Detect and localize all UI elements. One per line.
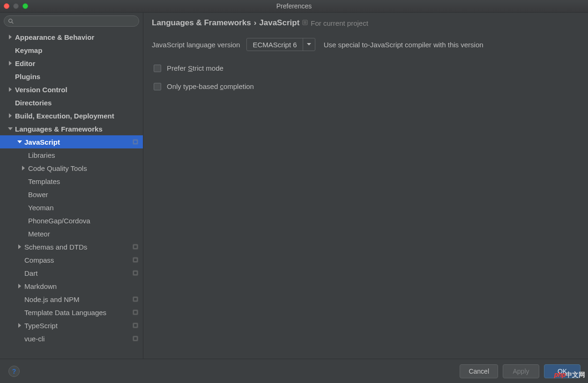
language-version-label: JavaScript language version: [152, 41, 240, 49]
breadcrumb: Languages & Frameworks › JavaScript For …: [152, 18, 579, 28]
project-scope-icon: [133, 309, 138, 315]
svg-rect-11: [134, 298, 137, 301]
ok-button[interactable]: OK: [544, 364, 581, 378]
svg-rect-9: [134, 272, 137, 275]
tree-item[interactable]: JavaScript: [0, 135, 143, 148]
chevron-down-icon[interactable]: [17, 140, 22, 144]
tree-item[interactable]: Appearance & Behavior: [0, 30, 143, 44]
tree-item[interactable]: Dart: [0, 266, 143, 280]
tree-item[interactable]: vue-cli: [0, 332, 143, 345]
apply-button[interactable]: Apply: [503, 364, 539, 378]
tree-item[interactable]: Compass: [0, 253, 143, 266]
chevron-down-icon[interactable]: [7, 127, 13, 131]
project-scope-icon: [133, 244, 138, 250]
tree-item[interactable]: Languages & Frameworks: [0, 122, 143, 135]
tree-item-label: Code Quality Tools: [28, 164, 87, 172]
tree-item[interactable]: Meteor: [0, 227, 143, 240]
tree-item-label: Keymap: [15, 46, 42, 54]
tree-item[interactable]: Keymap: [0, 44, 143, 57]
chevron-right-icon[interactable]: [17, 323, 22, 328]
tree-item[interactable]: Schemas and DTDs: [0, 240, 143, 253]
search-input[interactable]: [17, 18, 135, 25]
tree-item[interactable]: Markdown: [0, 280, 143, 293]
tree-item-label: Schemas and DTDs: [24, 243, 87, 251]
project-scope-icon: [133, 139, 138, 145]
svg-rect-7: [134, 258, 137, 262]
prefer-strict-row[interactable]: Prefer Strict mode: [152, 64, 579, 72]
project-scope-icon: [302, 18, 308, 28]
tree-item[interactable]: Libraries: [0, 148, 143, 162]
preferences-sidebar: Appearance & BehaviorKeymapEditorPlugins…: [0, 13, 143, 359]
project-scope-icon: [133, 323, 138, 328]
tree-item[interactable]: Editor: [0, 57, 143, 70]
breadcrumb-current: JavaScript: [259, 18, 299, 28]
breadcrumb-parent[interactable]: Languages & Frameworks: [152, 18, 251, 28]
project-scope-icon: [133, 296, 138, 302]
tree-item[interactable]: Template Data Languages: [0, 306, 143, 319]
chevron-right-icon[interactable]: [21, 166, 26, 170]
tree-item[interactable]: Version Control: [0, 83, 143, 96]
tree-item[interactable]: Build, Execution, Deployment: [0, 109, 143, 122]
tree-item-label: Appearance & Behavior: [15, 33, 94, 41]
svg-rect-3: [134, 140, 137, 144]
tree-item-label: Libraries: [28, 151, 55, 159]
svg-rect-13: [134, 311, 137, 314]
tree-item-label: Yeoman: [28, 204, 54, 212]
only-type-completion-row[interactable]: Only type-based completion: [152, 82, 579, 90]
combo-dropdown-button[interactable]: [303, 38, 315, 51]
tree-item[interactable]: Templates: [0, 175, 143, 188]
svg-rect-17: [134, 337, 137, 340]
tree-item-label: Bower: [28, 191, 48, 199]
search-box[interactable]: [4, 15, 139, 27]
tree-item[interactable]: TypeScript: [0, 319, 143, 332]
tree-item[interactable]: Bower: [0, 188, 143, 201]
project-scope-icon: [133, 257, 138, 263]
preferences-tree[interactable]: Appearance & BehaviorKeymapEditorPlugins…: [0, 29, 143, 359]
preferences-main: Languages & Frameworks › JavaScript For …: [143, 13, 588, 359]
tree-item-label: Build, Execution, Deployment: [15, 112, 114, 120]
tree-item[interactable]: Directories: [0, 96, 143, 109]
tree-item-label: Template Data Languages: [24, 309, 106, 317]
window-minimize-button[interactable]: [13, 3, 19, 9]
help-button[interactable]: ?: [8, 366, 20, 377]
breadcrumb-scope: For current project: [311, 19, 368, 27]
language-version-combo[interactable]: ECMAScript 6: [246, 38, 315, 51]
tree-item[interactable]: PhoneGap/Cordova: [0, 214, 143, 227]
only-type-completion-checkbox[interactable]: [154, 83, 161, 90]
tree-item[interactable]: Plugins: [0, 70, 143, 83]
tree-item[interactable]: Code Quality Tools: [0, 162, 143, 175]
tree-item-label: Plugins: [15, 73, 40, 81]
tree-item-label: Languages & Frameworks: [15, 125, 103, 133]
svg-point-0: [9, 19, 12, 22]
window-zoom-button[interactable]: [22, 3, 28, 9]
chevron-right-icon[interactable]: [7, 113, 13, 118]
chevron-right-icon[interactable]: [17, 244, 22, 249]
prefer-strict-label: Prefer Strict mode: [167, 64, 223, 72]
window-close-button[interactable]: [4, 3, 9, 9]
window-title: Preferences: [0, 2, 588, 10]
chevron-right-icon[interactable]: [7, 35, 13, 39]
cancel-button[interactable]: Cancel: [460, 364, 498, 378]
prefer-strict-checkbox[interactable]: [154, 65, 161, 72]
search-icon: [8, 18, 14, 24]
tree-item-label: Templates: [28, 177, 60, 185]
project-scope-icon: [133, 336, 138, 341]
svg-rect-15: [134, 324, 137, 327]
tree-item-label: Compass: [24, 256, 54, 264]
chevron-right-icon[interactable]: [7, 61, 13, 66]
language-version-hint: Use special to-JavaScript compiler with …: [324, 41, 484, 49]
only-type-completion-label: Only type-based completion: [167, 82, 254, 90]
window-controls: [4, 3, 28, 9]
tree-item[interactable]: Node.js and NPM: [0, 293, 143, 306]
tree-item-label: Editor: [15, 59, 35, 67]
breadcrumb-separator: ›: [254, 18, 257, 28]
chevron-right-icon[interactable]: [17, 284, 22, 288]
tree-item[interactable]: Yeoman: [0, 201, 143, 214]
tree-item-label: JavaScript: [24, 138, 60, 146]
tree-item-label: Meteor: [28, 230, 50, 238]
tree-item-label: Node.js and NPM: [24, 295, 80, 303]
svg-rect-19: [304, 21, 306, 24]
chevron-right-icon[interactable]: [7, 87, 13, 92]
dialog-button-bar: ? Cancel Apply OK: [0, 359, 588, 383]
tree-item-label: Directories: [15, 99, 52, 107]
